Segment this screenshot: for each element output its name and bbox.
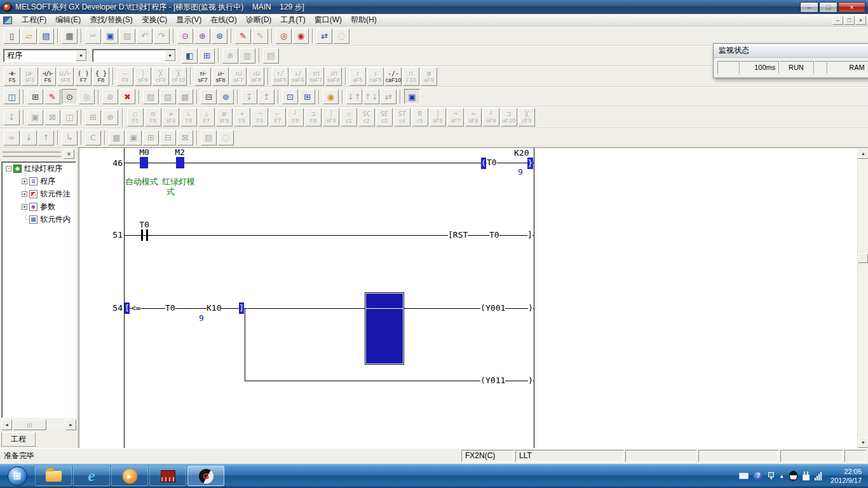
expand-icon[interactable]: + [22,204,27,210]
scrollbar-thumb[interactable]: ||| [13,419,46,430]
minimize-button[interactable]: – [800,2,818,13]
clock[interactable]: 22:05 2012/9/17 [827,467,862,485]
scrollbar-thumb[interactable] [858,254,868,263]
falling-pulse-contact-button[interactable]: ↓⊢ sF8 [212,67,229,86]
comment-display-button[interactable]: ◧ [182,48,198,64]
start-button[interactable]: ⊞ [0,464,34,488]
tree-item-program[interactable]: + ≣ 程序 [2,175,76,187]
scroll-hand-button: ◌ [218,130,234,146]
expand-icon[interactable]: + [22,191,27,197]
program-combo[interactable]: 程序 ▼ [3,49,87,62]
scroll-down-icon[interactable]: ▼ [858,437,868,448]
coil-open: ( [480,304,485,313]
panel-close-button[interactable]: × [64,149,74,159]
device-combo[interactable]: ▼ [92,49,176,62]
taskbar-media-player-button[interactable]: ▶ [111,466,148,486]
project-tab[interactable]: 工程 [1,432,36,447]
tree-item-parameter[interactable]: + ◆ 参数 [2,200,76,213]
comment-zoom-button[interactable]: ◉ [323,89,339,104]
restore-button[interactable]: □ [819,2,837,13]
menu-item[interactable]: 变换(C) [137,13,172,27]
show-hidden-icons[interactable]: ▲ [779,473,784,479]
invert-operation-button[interactable]: -∕- caF10 [385,67,402,86]
chevron-down-icon[interactable]: ▼ [165,50,175,61]
ladder-mode-button[interactable]: ⊞ [27,89,43,104]
device-memory-button[interactable]: ⊟ [201,89,217,104]
scroll-right-icon[interactable]: ► [65,419,76,430]
menu-item[interactable]: 在线(O) [206,13,241,27]
menu-item[interactable]: 工程(F) [17,13,51,27]
monitor-status-window[interactable]: 监视状态 × 100msRUNRAM [713,43,868,78]
zoom-in-window-button[interactable]: ⊞ [299,89,315,104]
network-signal-icon[interactable] [815,472,822,480]
menu-item[interactable]: 显示(V) [172,13,206,27]
ladder-marker-button[interactable]: ✎ [235,29,251,44]
mdi-restore-button[interactable]: □ [844,16,855,25]
clock-setting-button[interactable]: ⊚ [218,89,234,104]
mdi-child-icon[interactable] [3,17,12,24]
help-icon[interactable]: ? [754,471,763,481]
sfc-transition-button: ⊥ F7 [198,108,215,126]
print-page-button: ▤ [201,130,217,146]
write-to-plc-button[interactable]: ◫ [4,89,20,104]
expand-icon[interactable]: + [22,179,27,184]
menu-item[interactable]: 帮助(H) [346,13,381,27]
new-project-button[interactable]: ▯ [4,29,20,44]
transfer-setup-button[interactable]: ⇄ [316,29,332,44]
save-project-button[interactable]: ▤ [38,29,54,44]
edit-cursor-cell[interactable] [365,292,404,365]
line-insert-button: ⊞ [143,130,159,146]
chevron-down-icon[interactable]: ▼ [76,50,86,61]
menu-item[interactable]: 查找/替换(S) [85,13,137,27]
timer-preset: K20 [514,149,529,158]
taskbar-gx-developer-button[interactable]: G [187,466,224,486]
find-device-button[interactable]: ⊕ [194,29,210,44]
application-instruction-button[interactable]: { } F8 [93,67,109,86]
menu-item[interactable]: 编辑(E) [51,13,85,27]
open-project-button[interactable]: ▱ [21,29,37,44]
panel-grip[interactable] [3,155,61,157]
closed-contact-button[interactable]: ⊣/⊢ F6 [39,67,56,86]
coil-button[interactable]: ( ) F7 [75,67,92,86]
taskbar-explorer-button[interactable] [35,466,72,486]
monitor-mode-button[interactable]: ⊙ [62,89,78,104]
close-button[interactable]: × [838,2,865,13]
tree-root[interactable]: - ◆ 红绿灯程序 [2,162,76,175]
collapse-icon[interactable]: - [6,166,11,172]
tree-item-device-memory[interactable]: ▦ 软元件内 [2,213,76,226]
copy-button[interactable]: ▣ [102,29,118,44]
print-button[interactable]: ▦ [62,29,78,44]
ladder-editor[interactable]: 46 M0 M2 自动模式 红绿灯模 式 K20 ( T0 9 } 51 T0 … [79,147,868,448]
sfc-divergence-button: + F5 [234,108,250,126]
tree-horizontal-scrollbar[interactable]: ◄ ||| ► [1,419,76,430]
rising-pulse-contact-button[interactable]: ↑⊢ sF7 [194,67,211,86]
qq-icon[interactable] [789,471,797,481]
find-button[interactable]: ⊙ [177,29,193,44]
find-string-button[interactable]: ⊛ [212,29,227,44]
mdi-close-button[interactable]: × [855,16,866,25]
menu-item[interactable]: 工具(T) [276,13,309,27]
monitor-window-titlebar[interactable]: 监视状态 × [714,44,868,58]
ladder-vertical-scrollbar[interactable]: ▲ ▼ [857,148,868,448]
taskbar-ie-button[interactable]: e [73,466,110,486]
contact-coil-zoom-button[interactable]: ◉ [293,29,309,44]
clock-date: 2012/9/17 [831,476,862,485]
menu-item[interactable]: 诊断(D) [241,13,276,27]
power-plug-icon[interactable] [803,475,810,480]
taskbar-plc-app-button[interactable] [149,466,186,486]
tree-item-device-comment[interactable]: + ◩ 软元件注 [2,187,76,200]
mdi-minimize-button[interactable]: – [832,16,843,25]
monitor-condition-button[interactable]: ▣ [404,89,420,104]
menu-item[interactable]: 窗口(W) [310,13,346,27]
device-find-zoom-button[interactable]: ◎ [276,29,292,44]
scroll-up-icon[interactable]: ▲ [858,148,868,159]
zoom-out-window-button[interactable]: ⊡ [282,89,298,104]
statement-display-button[interactable]: ⊞ [199,48,215,64]
open-contact-button[interactable]: ⊣⊢ F5 [4,67,20,86]
stop-monitor-button[interactable]: ✖ [119,89,135,104]
restore-window-icon[interactable]: ▼ [768,472,774,480]
write-mode-button[interactable]: ✎ [44,89,60,104]
keyboard-icon[interactable] [739,473,749,479]
scroll-left-icon[interactable]: ◄ [1,419,12,430]
left-power-rail [124,148,125,448]
